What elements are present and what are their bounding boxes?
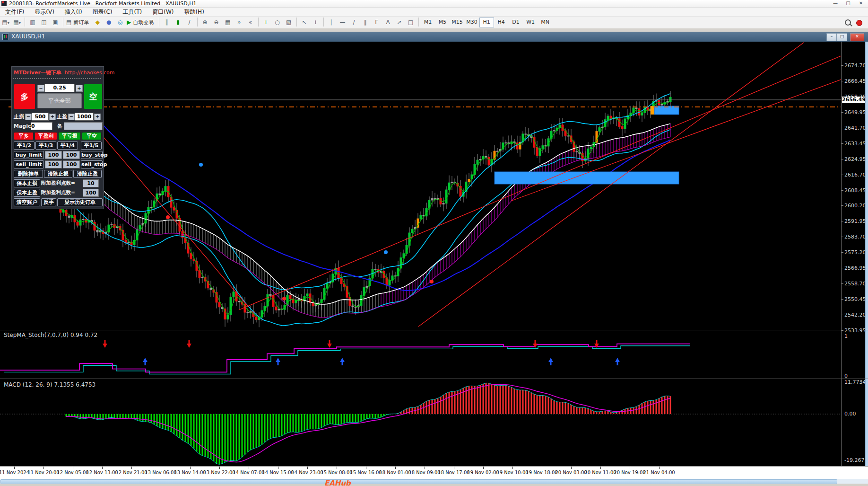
toolbar-arrow-tool-button[interactable]: ↗ xyxy=(394,18,405,27)
ea-sl-value[interactable]: 500 xyxy=(32,113,49,121)
toolbar-trendline-button[interactable]: / xyxy=(349,18,359,27)
ea-close-fraction-button[interactable]: 平1/5 xyxy=(81,141,102,150)
ea-breakeven-button[interactable]: 保本止损 xyxy=(14,179,40,187)
ea-manage-button[interactable]: 清除止盈 xyxy=(73,170,102,178)
ea-sell_stop-points[interactable]: 100 xyxy=(63,160,80,168)
ea-sl-plus-button[interactable]: + xyxy=(49,114,56,120)
ea-sell_limit-points[interactable]: 100 xyxy=(45,160,62,168)
ea-close-fraction-button[interactable]: 平1/2 xyxy=(14,141,35,150)
ea-buy_stop-points[interactable]: 100 xyxy=(63,151,80,159)
toolbar-news-button[interactable]: ◎ xyxy=(115,18,125,27)
toolbar-new-order-button[interactable]: ▤新订单 xyxy=(66,18,91,27)
ea-breakeven-value[interactable]: 10 xyxy=(83,179,99,187)
toolbar-zoom-out-button[interactable]: ⊖ xyxy=(211,18,222,27)
pane-separator-1[interactable] xyxy=(0,330,868,330)
record-icon[interactable] xyxy=(856,20,862,26)
toolbar-auto-trading-button[interactable]: ▶自动交易 xyxy=(126,18,156,27)
price-axis[interactable]: 2674.702666.452658.202649.952641.702633.… xyxy=(841,42,866,466)
price-chart-canvas[interactable] xyxy=(0,42,841,466)
time-axis[interactable]: 11 Nov 202411 Nov 20:0012 Nov 05:0012 No… xyxy=(0,466,868,479)
menu-item-5[interactable]: 窗口(W) xyxy=(147,8,179,16)
toolbar-zoom-in-button[interactable]: ⊕ xyxy=(200,18,210,27)
ea-close-short-button[interactable]: 平空 xyxy=(82,132,102,140)
ea-close-loss-button[interactable]: 平亏损 xyxy=(58,132,81,140)
menu-item-4[interactable]: 工具(T) xyxy=(118,8,148,16)
menu-item-3[interactable]: 图表(C) xyxy=(87,8,118,16)
ea-tp-plus-button[interactable]: + xyxy=(94,114,101,120)
timeframe-mn[interactable]: MN xyxy=(538,18,553,27)
ea-buy_stop-button[interactable]: buy_stop xyxy=(81,151,103,159)
menu-item-1[interactable]: 显示(V) xyxy=(29,8,60,16)
ea-lot-value[interactable]: 0.25 xyxy=(44,84,75,92)
chart-minimize-button[interactable]: – xyxy=(826,33,837,41)
toolbar-auto-scroll-button[interactable]: » xyxy=(234,18,244,27)
search-icon[interactable] xyxy=(845,19,851,26)
ea-lot-plus-button[interactable]: + xyxy=(76,85,83,92)
ea-buy_limit-points[interactable]: 100 xyxy=(45,151,62,159)
toolbar-history-center-button[interactable]: ◆ xyxy=(92,18,103,27)
timeframe-m1[interactable]: M1 xyxy=(421,18,435,27)
toolbar-indicators-button[interactable]: + xyxy=(261,18,271,27)
ea-tp-minus-button[interactable]: − xyxy=(68,114,75,120)
timeframe-h1[interactable]: H1 xyxy=(479,18,494,27)
toolbar-tile-windows-button[interactable]: ▦ xyxy=(223,18,233,27)
timeframe-w1[interactable]: W1 xyxy=(523,18,538,27)
ea-lot-minus-button[interactable]: − xyxy=(37,85,44,92)
ea-breakeven-value[interactable]: 100 xyxy=(83,189,99,197)
ea-manage-button[interactable]: 删除挂单 xyxy=(14,170,43,178)
toolbar-text-button[interactable]: A xyxy=(383,18,393,27)
horizontal-scrollbar[interactable] xyxy=(0,479,868,484)
chart-window-titlebar[interactable]: XAUUSD,H1 – □ ✕ xyxy=(0,32,868,42)
toolbar-new-chart-button[interactable]: ▤▾ xyxy=(0,18,11,27)
menu-item-2[interactable]: 插入(I) xyxy=(60,8,87,16)
timeframe-m15[interactable]: M15 xyxy=(450,18,465,27)
ea-sell_limit-button[interactable]: sell_limit xyxy=(14,160,44,168)
toolbar-horizontal-line-button[interactable]: — xyxy=(338,18,348,27)
ea-close-all-button[interactable]: 平仓全部 xyxy=(37,93,82,108)
minimize-button[interactable]: — xyxy=(829,0,842,7)
toolbar-fibonacci-button[interactable]: F xyxy=(372,18,382,27)
pane-separator-2[interactable] xyxy=(0,379,868,379)
timeframe-m30[interactable]: M30 xyxy=(465,18,479,27)
toolbar-data-window-button[interactable]: ◫ xyxy=(39,18,49,27)
timeframe-m5[interactable]: M5 xyxy=(435,18,450,27)
toolbar-chart-shift-button[interactable]: « xyxy=(245,18,256,27)
maximize-button[interactable]: □ xyxy=(842,0,854,7)
toolbar-channel-button[interactable]: ∥ xyxy=(360,18,371,27)
toolbar-cursor-button[interactable]: ↖ xyxy=(299,18,310,27)
menu-item-6[interactable]: 帮助(H) xyxy=(179,8,209,16)
close-button[interactable]: ✕ xyxy=(855,0,867,7)
toolbar-alerts-button[interactable]: ● xyxy=(104,18,114,27)
ea-sell_stop-button[interactable]: sell_stop xyxy=(81,160,103,168)
ea-header-url[interactable]: http://chaokes.com xyxy=(61,70,115,76)
ea-sl-minus-button[interactable]: − xyxy=(25,114,32,120)
ea-breakeven-button[interactable]: 保本止盈 xyxy=(14,189,40,197)
toolbar-market-watch-button[interactable]: ▥ xyxy=(27,18,38,27)
toolbar-shapes-button[interactable]: □ xyxy=(406,18,416,27)
ea-close-fraction-button[interactable]: 平1/3 xyxy=(35,141,56,150)
ea-buy-button[interactable]: 多 xyxy=(14,84,35,109)
ea-magic-value[interactable]: 0 xyxy=(31,122,52,130)
toolbar-navigator-button[interactable]: ▣ xyxy=(50,18,61,27)
toolbar-candle-chart-button[interactable]: ▮ xyxy=(173,18,183,27)
ea-buy_limit-button[interactable]: buy_limit xyxy=(14,151,44,159)
toolbar-line-chart-button[interactable]: / xyxy=(184,18,195,27)
ea-manage-button[interactable]: 清除止损 xyxy=(44,170,72,178)
toolbar-templates-button[interactable]: ▧ xyxy=(284,18,294,27)
ea-close-profit-button[interactable]: 平盈利 xyxy=(35,132,57,140)
ea-sell-button[interactable]: 空 xyxy=(84,84,103,109)
timeframe-d1[interactable]: D1 xyxy=(509,18,523,27)
ea-bottom-button[interactable]: 显示历史订单 xyxy=(57,198,103,206)
toolbar-bar-chart-button[interactable]: ‖ xyxy=(162,18,172,27)
ea-close-fraction-button[interactable]: 平1/4 xyxy=(57,141,78,150)
timeframe-h4[interactable]: H4 xyxy=(494,18,509,27)
toolbar-profiles-button[interactable]: ▦▾ xyxy=(12,18,22,27)
ea-comment-field[interactable] xyxy=(64,122,103,130)
toolbar-vertical-line-button[interactable]: | xyxy=(326,18,337,27)
ea-close-long-button[interactable]: 平多 xyxy=(14,132,34,140)
ea-tp-value[interactable]: 1000 xyxy=(75,113,94,121)
toolbar-crosshair-button[interactable]: + xyxy=(311,18,321,27)
chart-close-button[interactable]: ✕ xyxy=(850,33,864,41)
ea-bottom-button[interactable]: 清空账户 xyxy=(14,198,40,206)
ea-bottom-button[interactable]: 反手 xyxy=(41,198,56,206)
